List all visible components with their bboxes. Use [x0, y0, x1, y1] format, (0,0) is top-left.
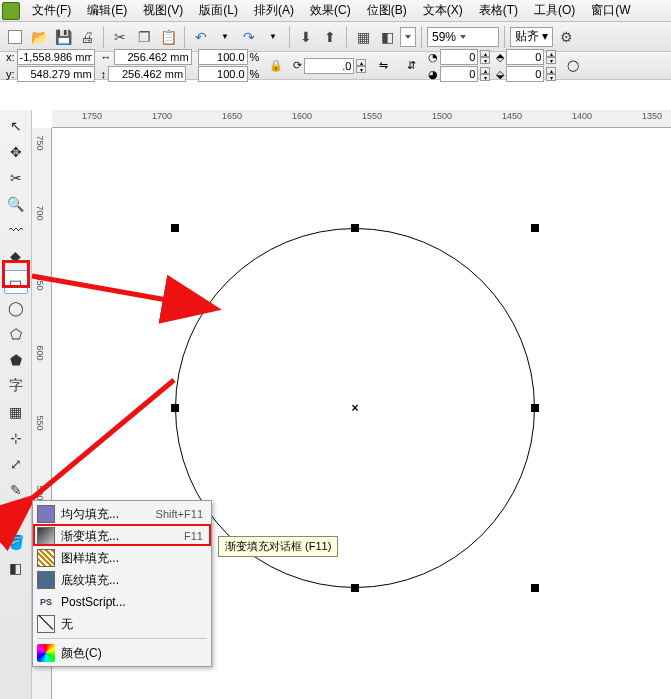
- handle-se[interactable]: [531, 584, 539, 592]
- arc-icon: ◔: [428, 51, 438, 64]
- handle-n[interactable]: [351, 224, 359, 232]
- postscript-icon: PS: [37, 593, 55, 611]
- scale-y-field[interactable]: [198, 66, 248, 82]
- rotation-field[interactable]: [304, 58, 354, 74]
- new-button[interactable]: [4, 26, 26, 48]
- text-tool[interactable]: 字: [4, 374, 28, 398]
- horizontal-ruler[interactable]: 1750 1700 1650 1600 1550 1500 1450 1400 …: [52, 110, 671, 128]
- menu-arrange[interactable]: 排列(A): [246, 0, 302, 21]
- width-field[interactable]: [114, 49, 192, 65]
- basic-shapes-tool[interactable]: ⬟: [4, 348, 28, 372]
- outline-tool[interactable]: ◊: [4, 504, 28, 528]
- mirror-v-icon: ⇵: [407, 59, 416, 72]
- mirror-h-button[interactable]: ⇋: [372, 55, 394, 77]
- handle-s[interactable]: [351, 584, 359, 592]
- height-field[interactable]: [108, 66, 186, 82]
- menu-uniform-fill[interactable]: 均匀填充... Shift+F11: [33, 503, 211, 525]
- options-button[interactable]: ⚙: [555, 26, 577, 48]
- ellipse-tool[interactable]: ◯: [4, 296, 28, 320]
- spinner[interactable]: ▴▾: [480, 50, 490, 64]
- separator: [421, 26, 422, 48]
- b2-field[interactable]: [506, 66, 544, 82]
- menu-texture-fill[interactable]: 底纹填充...: [33, 569, 211, 591]
- handle-e[interactable]: [531, 404, 539, 412]
- menu-text[interactable]: 文本(X): [415, 0, 471, 21]
- freehand-tool[interactable]: 〰: [4, 218, 28, 242]
- connector-tool[interactable]: ⤢: [4, 452, 28, 476]
- menu-no-fill[interactable]: 无: [33, 613, 211, 635]
- export-button[interactable]: ⬆: [319, 26, 341, 48]
- handle-w[interactable]: [171, 404, 179, 412]
- print-button[interactable]: 🖨: [76, 26, 98, 48]
- cut-button[interactable]: ✂: [109, 26, 131, 48]
- menu-window[interactable]: 窗口(W: [583, 0, 638, 21]
- eyedropper-tool[interactable]: ✎: [4, 478, 28, 502]
- gear-icon: ⚙: [560, 29, 573, 45]
- open-button[interactable]: 📂: [28, 26, 50, 48]
- spinner[interactable]: ▴▾: [546, 50, 556, 64]
- menu-table[interactable]: 表格(T): [471, 0, 526, 21]
- table-tool[interactable]: ▦: [4, 400, 28, 424]
- handle-ne[interactable]: [531, 224, 539, 232]
- menu-tools[interactable]: 工具(O): [526, 0, 583, 21]
- mirror-v-button[interactable]: ⇵: [400, 55, 422, 77]
- welcome-button[interactable]: ◧: [376, 26, 398, 48]
- snap-combo[interactable]: 贴齐 ▾: [510, 27, 553, 47]
- dimension-tool[interactable]: ⊹: [4, 426, 28, 450]
- spinner[interactable]: ▴▾: [546, 67, 556, 81]
- shape-tool[interactable]: ✥: [4, 140, 28, 164]
- to-curve-button[interactable]: ◯: [562, 55, 584, 77]
- export-icon: ⬆: [324, 29, 336, 45]
- polygon-tool[interactable]: ⬠: [4, 322, 28, 346]
- zoom-combo[interactable]: 59%: [427, 27, 499, 47]
- app-launcher[interactable]: ▦: [352, 26, 374, 48]
- menu-gradient-fill[interactable]: 渐变填充... F11: [33, 525, 211, 547]
- menu-effects[interactable]: 效果(C): [302, 0, 359, 21]
- menu-color[interactable]: 颜色(C): [33, 642, 211, 664]
- paste-button[interactable]: 📋: [157, 26, 179, 48]
- redo-button[interactable]: ↷: [238, 26, 260, 48]
- spinner[interactable]: ▴▾: [356, 59, 366, 73]
- save-button[interactable]: 💾: [52, 26, 74, 48]
- zoom-tool[interactable]: 🔍: [4, 192, 28, 216]
- options-combo[interactable]: [400, 27, 416, 47]
- undo-button[interactable]: ↶: [190, 26, 212, 48]
- scale-x-field[interactable]: [198, 49, 248, 65]
- separator: [346, 26, 347, 48]
- standard-toolbar: 📂 💾 🖨 ✂ ❐ 📋 ↶ ▼ ↷ ▼ ⬇ ⬆ ▦ ◧ 59% 贴齐 ▾ ⚙: [0, 22, 671, 52]
- rectangle-tool[interactable]: ▭: [4, 270, 28, 294]
- handle-nw[interactable]: [171, 224, 179, 232]
- lock-ratio-button[interactable]: 🔒: [265, 55, 287, 77]
- y-field[interactable]: [17, 66, 95, 82]
- import-button[interactable]: ⬇: [295, 26, 317, 48]
- separator: [103, 26, 104, 48]
- interactive-fill-tool[interactable]: ◧: [4, 556, 28, 580]
- spinner[interactable]: ▴▾: [480, 67, 490, 81]
- cut-icon: ✂: [114, 29, 126, 45]
- h-ticks: 1750 1700 1650 1600 1550 1500 1450 1400 …: [52, 110, 671, 127]
- menu-view[interactable]: 视图(V): [135, 0, 191, 21]
- crop-tool[interactable]: ✂: [4, 166, 28, 190]
- import-icon: ⬇: [300, 29, 312, 45]
- x-field[interactable]: [17, 49, 95, 65]
- fill-tool[interactable]: 🪣: [4, 530, 28, 554]
- pick-tool[interactable]: ↖: [4, 114, 28, 138]
- b1-field[interactable]: [506, 49, 544, 65]
- menu-layout[interactable]: 版面(L): [191, 0, 246, 21]
- folder-icon: 📂: [31, 29, 48, 45]
- menu-pattern-fill[interactable]: 图样填充...: [33, 547, 211, 569]
- arc-end-field[interactable]: [440, 66, 478, 82]
- redo-dd[interactable]: ▼: [262, 26, 284, 48]
- menu-file[interactable]: 文件(F): [24, 0, 79, 21]
- menu-postscript-fill[interactable]: PS PostScript...: [33, 591, 211, 613]
- height-icon: ↕: [101, 68, 107, 80]
- smart-fill-tool[interactable]: ◆: [4, 244, 28, 268]
- arc-start-field[interactable]: [440, 49, 478, 65]
- arc-icon: ◕: [428, 68, 438, 81]
- uniform-fill-icon: [37, 505, 55, 523]
- undo-icon: ↶: [195, 29, 207, 45]
- menu-edit[interactable]: 编辑(E): [79, 0, 135, 21]
- menu-bitmap[interactable]: 位图(B): [359, 0, 415, 21]
- undo-dd[interactable]: ▼: [214, 26, 236, 48]
- copy-button[interactable]: ❐: [133, 26, 155, 48]
